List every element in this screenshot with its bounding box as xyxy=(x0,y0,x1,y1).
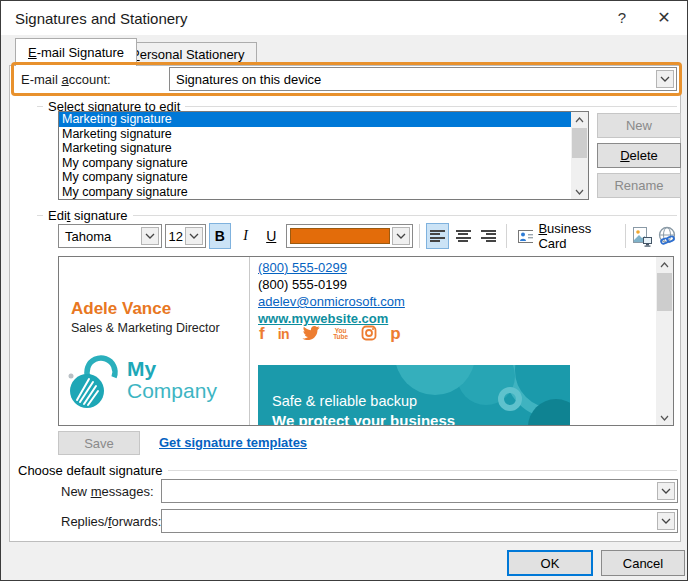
scroll-down-icon[interactable] xyxy=(571,184,588,199)
banner-decor xyxy=(498,387,522,411)
cancel-button[interactable]: Cancel xyxy=(601,550,685,576)
business-card-button[interactable]: Business Card xyxy=(513,223,619,249)
instagram-icon[interactable] xyxy=(361,325,377,344)
list-item[interactable]: Marketing signature xyxy=(59,112,571,127)
align-left-button[interactable] xyxy=(426,223,449,249)
italic-button[interactable]: I xyxy=(234,223,257,249)
rename-button[interactable]: Rename xyxy=(597,173,681,198)
linkedin-icon[interactable]: in xyxy=(278,326,289,342)
chevron-down-icon[interactable] xyxy=(185,227,203,245)
replies-forwards-dropdown[interactable] xyxy=(161,509,678,533)
list-item[interactable]: Marketing signature xyxy=(59,127,571,142)
edit-signature-group-label: Edit signature xyxy=(43,208,133,223)
tab-email-signature[interactable]: E-mail Signature xyxy=(15,38,137,66)
pinterest-icon[interactable]: p xyxy=(390,324,400,344)
logo-word-my: My xyxy=(127,357,156,381)
new-messages-dropdown[interactable] xyxy=(161,479,678,503)
youtube-icon[interactable]: You Tube xyxy=(333,328,348,340)
email-link[interactable]: adelev@onmicrosoft.com xyxy=(258,294,405,309)
banner-line-1: Safe & reliable backup xyxy=(272,393,417,409)
align-center-button[interactable] xyxy=(452,223,475,249)
help-icon[interactable]: ? xyxy=(605,1,639,33)
title-bar: Signatures and Stationery ? ✕ xyxy=(1,1,687,35)
scrollbar-thumb[interactable] xyxy=(572,128,587,158)
email-account-dropdown[interactable]: Signatures on this device xyxy=(169,67,677,91)
tab-personal-stationery[interactable]: Personal Stationery xyxy=(118,42,257,65)
preview-scrollbar[interactable] xyxy=(656,257,673,425)
save-button[interactable]: Save xyxy=(58,431,140,455)
toolbar-separator xyxy=(506,224,507,248)
close-icon[interactable]: ✕ xyxy=(647,1,681,33)
get-signature-templates-link[interactable]: Get signature templates xyxy=(159,435,307,450)
signature-name: Adele Vance xyxy=(71,299,171,319)
underline-button[interactable]: U xyxy=(260,223,283,249)
list-scrollbar[interactable] xyxy=(571,112,588,199)
phone-2: (800) 555-0199 xyxy=(258,277,347,292)
scroll-up-icon[interactable] xyxy=(656,257,673,272)
font-size-value: 12 xyxy=(166,229,183,244)
facebook-icon[interactable]: f xyxy=(259,324,265,344)
picture-icon xyxy=(632,226,653,247)
signature-list[interactable]: Marketing signature Marketing signature … xyxy=(58,111,589,200)
list-item[interactable]: My company signature xyxy=(59,170,571,185)
choose-default-group-label: Choose default signature xyxy=(13,463,168,478)
font-color-dropdown[interactable] xyxy=(286,224,414,248)
logo-word-company: Company xyxy=(127,379,217,403)
font-name-value: Tahoma xyxy=(59,229,139,244)
list-item[interactable]: Marketing signature xyxy=(59,141,571,156)
new-button[interactable]: New xyxy=(597,113,681,138)
align-left-icon xyxy=(430,230,445,242)
scroll-down-icon[interactable] xyxy=(656,410,673,425)
align-right-button[interactable] xyxy=(478,223,501,249)
social-icons-row: f in You Tube p xyxy=(259,323,401,345)
chevron-down-icon[interactable] xyxy=(392,227,410,245)
dialog-title: Signatures and Stationery xyxy=(15,10,188,27)
twitter-icon[interactable] xyxy=(302,326,320,343)
font-name-dropdown[interactable]: Tahoma xyxy=(58,224,162,248)
hyperlink-globe-icon xyxy=(657,226,678,247)
insert-hyperlink-button[interactable] xyxy=(656,223,678,249)
list-item[interactable]: My company signature xyxy=(59,185,571,200)
format-toolbar: Tahoma 12 B I U xyxy=(58,222,678,250)
new-messages-label: New messages: xyxy=(61,484,154,499)
ok-button[interactable]: OK xyxy=(507,550,593,576)
email-account-label: E-mail account: xyxy=(21,72,111,87)
chevron-down-icon[interactable] xyxy=(141,227,159,245)
chevron-down-icon[interactable] xyxy=(657,482,675,500)
align-center-icon xyxy=(456,230,471,242)
bold-button[interactable]: B xyxy=(209,223,232,249)
insert-picture-button[interactable] xyxy=(632,223,654,249)
banner-line-2: We protect your business xyxy=(272,412,455,426)
phone-link-1[interactable]: (800) 555-0299 xyxy=(258,260,347,275)
font-color-swatch xyxy=(290,228,391,244)
signatures-and-stationery-dialog: Signatures and Stationery ? ✕ E-mail Sig… xyxy=(0,0,688,581)
align-right-icon xyxy=(481,230,496,242)
list-item[interactable]: My company signature xyxy=(59,156,571,171)
company-logo xyxy=(65,353,125,418)
business-card-icon xyxy=(518,230,533,243)
scrollbar-thumb[interactable] xyxy=(657,273,672,311)
signature-job-title: Sales & Marketing Director xyxy=(71,321,220,335)
replies-forwards-label: Replies/forwards: xyxy=(61,514,161,529)
signature-preview[interactable]: Adele Vance Sales & Marketing Director M… xyxy=(58,256,674,426)
font-size-dropdown[interactable]: 12 xyxy=(165,224,206,248)
business-card-label: Business Card xyxy=(538,221,614,251)
chevron-down-icon[interactable] xyxy=(656,70,674,88)
group-line xyxy=(37,215,677,216)
marketing-banner: Safe & reliable backup We protect your b… xyxy=(258,365,570,426)
email-account-value: Signatures on this device xyxy=(170,72,654,87)
signature-column-divider xyxy=(249,257,250,425)
toolbar-separator xyxy=(419,224,420,248)
delete-button[interactable]: Delete xyxy=(597,143,681,168)
toolbar-separator xyxy=(625,224,626,248)
chevron-down-icon[interactable] xyxy=(657,512,675,530)
scroll-up-icon[interactable] xyxy=(571,112,588,127)
